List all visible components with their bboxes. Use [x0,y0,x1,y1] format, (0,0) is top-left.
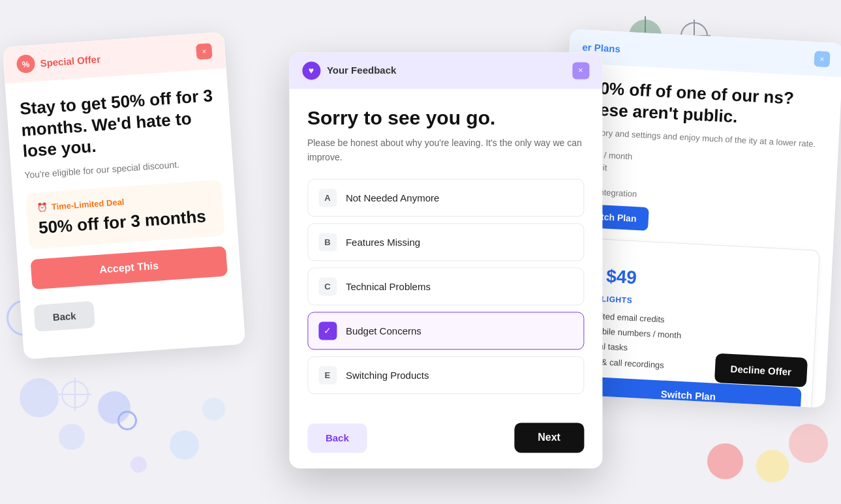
plans-close[interactable]: × [814,51,830,67]
modal-title: Sorry to see you go. [307,107,584,129]
modal-body: Sorry to see you go. Please be honest ab… [289,89,602,423]
modal-desc: Please be honest about why you're leavin… [307,136,584,165]
time-limited-box: ⏰ Time-Limited Deal 50% off for 3 months [25,179,224,249]
option-letter: B [318,233,337,252]
option-item[interactable]: ✓Budget Concerns [307,312,584,350]
option-text: Switching Products [346,370,429,381]
next-button[interactable]: Next [514,423,584,453]
option-checkmark: ✓ [318,322,337,340]
option-item[interactable]: ANot Needed Anymore [307,179,584,217]
accept-button[interactable]: Accept This [30,246,227,289]
back-button-left[interactable]: Back [33,301,95,331]
option-text: Technical Problems [346,281,431,292]
modal-close-button[interactable]: × [572,62,589,79]
special-offer-card: % Special Offer × Stay to get 50% off fo… [3,32,246,360]
new-price: $49 [605,265,637,288]
modal-footer: Back Next [289,423,602,469]
option-item[interactable]: ESwitching Products [307,357,584,394]
feedback-modal: ♥ Your Feedback × Sorry to see you go. P… [289,52,602,469]
modal-header-title: Your Feedback [327,65,396,76]
option-letter: C [318,278,337,296]
option-list: ANot Needed AnymoreBFeatures MissingCTec… [307,179,584,394]
option-item[interactable]: BFeatures Missing [307,224,584,261]
option-letter: E [318,366,337,385]
modal-header: ♥ Your Feedback × [289,52,602,89]
decline-offer-button[interactable]: Decline Offer [714,353,808,387]
special-offer-main-title: Stay to get 50% off for 3 months. We'd h… [19,85,219,162]
back-button[interactable]: Back [307,423,367,452]
percent-icon: % [16,54,36,74]
plans-main-title: t 80% off of one of our ns? These aren't… [579,76,829,132]
heart-icon: ♥ [302,61,320,80]
option-letter: A [318,189,337,207]
option-text: Not Needed Anymore [346,192,439,203]
option-text: Features Missing [346,237,420,248]
special-offer-close[interactable]: × [196,43,213,60]
option-item[interactable]: CTechnical Problems [307,268,584,306]
option-text: Budget Concerns [346,325,421,336]
special-offer-title: Special Offer [40,53,101,68]
